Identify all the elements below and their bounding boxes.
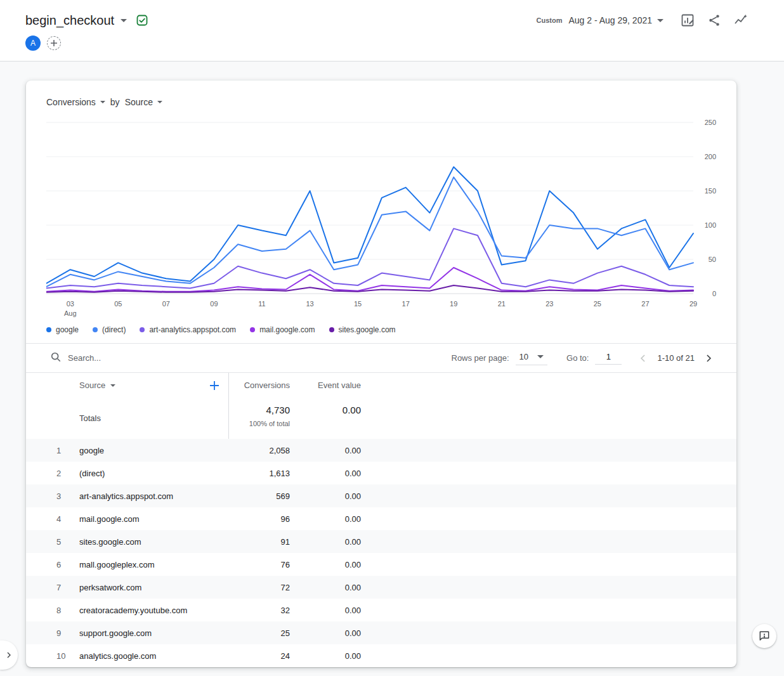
- date-range-caret-icon[interactable]: [657, 19, 663, 22]
- row-conversions: 1,613: [229, 469, 290, 478]
- svg-text:150: 150: [705, 187, 716, 195]
- by-label: by: [110, 97, 120, 107]
- row-conversions: 96: [229, 514, 290, 524]
- source-header-label: Source: [79, 380, 105, 390]
- title-dropdown-caret-icon[interactable]: [121, 19, 127, 22]
- row-conversions: 2,058: [229, 446, 290, 455]
- legend-label: art-analytics.appspot.com: [149, 325, 236, 334]
- row-conversions: 76: [229, 560, 290, 569]
- totals-conversions-value: 4,730: [266, 405, 290, 415]
- row-source: art-analytics.appspot.com: [73, 491, 229, 501]
- conversions-column-header[interactable]: Conversions: [229, 380, 290, 390]
- row-conversions: 72: [229, 583, 290, 592]
- row-source: support.google.com: [73, 628, 229, 638]
- row-rank: 8: [46, 606, 73, 615]
- table-header-row: Source Conversions Event value: [26, 372, 736, 398]
- svg-text:23: 23: [546, 300, 553, 308]
- legend-item: sites.google.com: [329, 325, 396, 334]
- row-rank: 6: [46, 560, 73, 569]
- legend-item: art-analytics.appspot.com: [140, 325, 236, 334]
- legend-dot-icon: [250, 327, 255, 332]
- row-conversions: 569: [229, 491, 290, 501]
- svg-text:0: 0: [712, 290, 716, 297]
- insights-icon[interactable]: [733, 13, 748, 28]
- row-source: mall.googleplex.com: [73, 560, 229, 569]
- source-column-header[interactable]: Source: [73, 373, 229, 398]
- event-value-column-header[interactable]: Event value: [290, 380, 361, 390]
- chevron-right-icon: [4, 650, 14, 660]
- row-source: mail.google.com: [73, 514, 229, 524]
- table-row: 3 art-analytics.appspot.com 569 0.00: [26, 484, 736, 507]
- table-row: 7 perksatwork.com 72 0.00: [26, 576, 736, 599]
- chart-legend: google (direct) art-analytics.appspot.co…: [26, 323, 736, 334]
- totals-event-value-number: 0.00: [343, 405, 361, 415]
- metric-label: Conversions: [46, 97, 96, 107]
- rows-per-page-value: 10: [519, 352, 528, 361]
- table-row: 10 analytics.google.com 24 0.00: [26, 644, 736, 667]
- legend-label: google: [56, 325, 79, 334]
- totals-share-label: 100% of total: [249, 420, 290, 427]
- table-row: 5 sites.google.com 91 0.00: [26, 530, 736, 553]
- add-column-icon[interactable]: [207, 378, 222, 393]
- legend-item: google: [46, 325, 79, 334]
- source-header-caret-icon: [110, 384, 115, 387]
- feedback-button[interactable]: [752, 624, 776, 648]
- dimension-dropdown[interactable]: Source: [125, 97, 162, 107]
- row-event-value: 0.00: [290, 560, 361, 569]
- row-rank: 1: [46, 446, 73, 455]
- row-event-value: 0.00: [290, 514, 361, 524]
- totals-row: Totals 4,730 100% of total 0.00: [26, 398, 736, 439]
- table-row: 8 creatoracademy.youtube.com 32 0.00: [26, 599, 736, 621]
- row-conversions: 91: [229, 537, 290, 547]
- dimension-label: Source: [125, 97, 153, 107]
- legend-item: mail.google.com: [250, 325, 315, 334]
- row-conversions: 25: [229, 628, 290, 638]
- row-event-value: 0.00: [290, 491, 361, 501]
- rows-per-page-select[interactable]: 10: [516, 351, 547, 365]
- search-icon[interactable]: [50, 351, 62, 365]
- metric-dropdown[interactable]: Conversions: [46, 97, 105, 107]
- header-right: Custom Aug 2 - Aug 29, 2021: [536, 13, 748, 28]
- chart-controls: Conversions by Source: [26, 81, 736, 107]
- prev-page-icon[interactable]: [636, 351, 651, 366]
- metric-caret-icon: [100, 101, 105, 103]
- row-rank: 3: [46, 491, 73, 501]
- goto-page-input[interactable]: [595, 352, 622, 365]
- svg-text:05: 05: [114, 300, 122, 308]
- legend-dot-icon: [329, 327, 334, 332]
- table-row: 9 support.google.com 25 0.00: [26, 621, 736, 644]
- conversion-check-icon[interactable]: [136, 14, 148, 27]
- date-range-label[interactable]: Aug 2 - Aug 29, 2021: [568, 15, 652, 25]
- totals-conversions: 4,730 100% of total: [229, 398, 290, 439]
- add-comparison-icon[interactable]: [47, 36, 61, 50]
- legend-dot-icon: [93, 327, 98, 332]
- comparison-avatar[interactable]: A: [25, 36, 41, 51]
- page-range-label: 1-10 of 21: [657, 353, 695, 363]
- date-preset-label: Custom: [536, 16, 562, 24]
- row-source: sites.google.com: [73, 537, 229, 547]
- header-icons: [680, 13, 748, 28]
- legend-label: (direct): [102, 325, 126, 334]
- search-input[interactable]: [68, 353, 207, 363]
- row-source: analytics.google.com: [73, 651, 229, 661]
- row-rank: 9: [46, 628, 73, 638]
- expand-nav-button[interactable]: [0, 640, 18, 670]
- share-icon[interactable]: [707, 13, 722, 28]
- next-page-icon[interactable]: [701, 351, 716, 366]
- row-event-value: 0.00: [290, 628, 361, 638]
- row-event-value: 0.00: [290, 651, 361, 661]
- row-rank: 7: [46, 583, 73, 592]
- line-chart: 05010015020025003Aug05070911131517192123…: [26, 107, 736, 323]
- totals-event-value: 0.00: [290, 398, 361, 439]
- svg-text:17: 17: [402, 300, 410, 308]
- row-conversions: 32: [229, 606, 290, 615]
- row-event-value: 0.00: [290, 537, 361, 547]
- svg-text:250: 250: [705, 119, 716, 126]
- svg-text:50: 50: [709, 256, 716, 263]
- svg-text:27: 27: [641, 300, 649, 308]
- customize-report-icon[interactable]: [680, 13, 695, 28]
- legend-item: (direct): [93, 325, 126, 334]
- row-event-value: 0.00: [290, 583, 361, 592]
- svg-text:09: 09: [210, 300, 218, 308]
- row-event-value: 0.00: [290, 606, 361, 615]
